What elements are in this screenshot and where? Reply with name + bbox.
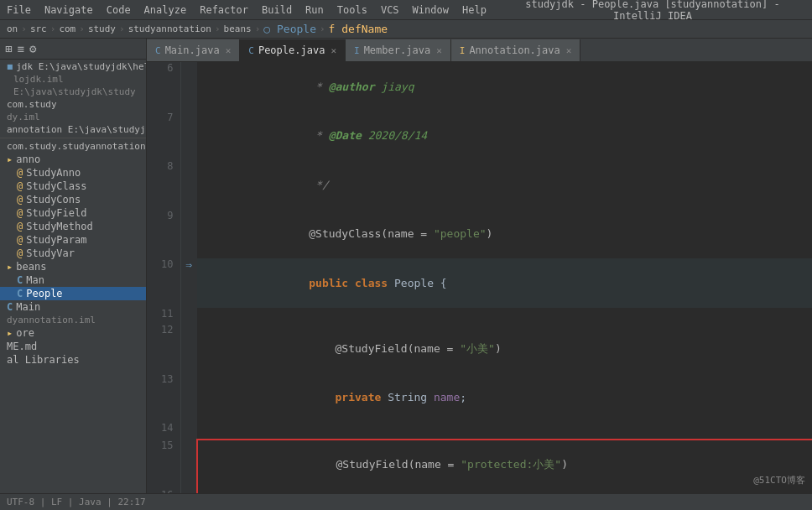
sidebar-label-StudyMethod: StudyMethod (26, 221, 92, 232)
breadcrumb-people[interactable]: ○ People (263, 23, 316, 35)
tab-close-annotation[interactable]: ✕ (566, 45, 572, 56)
line-number: 15 (147, 440, 180, 490)
breadcrumb-defname[interactable]: f defName (329, 23, 388, 35)
table-row: 12 @StudyField(name = "小美") (147, 324, 812, 373)
sidebar-item-dyiml[interactable]: dy.iml (0, 111, 146, 123)
menu-navigate[interactable]: Navigate (44, 4, 93, 16)
sidebar-item-Man[interactable]: C Man (0, 273, 146, 287)
sort-icon[interactable]: ≡ (17, 42, 23, 55)
sidebar-item-path: E:\java\studyjdk\study (0, 86, 146, 98)
sidebar-item-lojdkiml[interactable]: lojdk.iml (0, 73, 146, 86)
beans-folder-icon: ▸ (7, 261, 13, 273)
sidebar-label-StudyParam: StudyParam (26, 234, 86, 246)
sidebar-label-beans: beans (16, 261, 46, 273)
settings-icon[interactable]: ⚙ (29, 42, 36, 55)
tab-annotation-java[interactable]: I Annotation.java ✕ (451, 39, 581, 61)
sidebar-item-dyannotationiml[interactable]: dyannotation.iml (0, 314, 146, 326)
sidebar-item-Main[interactable]: C Main (0, 300, 146, 314)
breadcrumb-studyannotation[interactable]: studyannotation (128, 23, 211, 34)
line-content[interactable]: */ (197, 160, 812, 210)
code-annotation-15: @StudyField(name = "protected:小美") (310, 458, 568, 471)
breadcrumb-src[interactable]: src (30, 23, 47, 34)
annotation-icon-7: @ (17, 247, 23, 259)
line-number: 14 (147, 422, 180, 440)
menu-tools[interactable]: Tools (337, 4, 367, 16)
sidebar-item-annotation[interactable]: annotation E:\java\studyjdk\stu (0, 123, 146, 136)
status-bar: UTF-8 | LF | Java | 22:17 (0, 493, 812, 510)
menu-run[interactable]: Run (305, 4, 324, 16)
line-content[interactable]: protected String proName; (197, 489, 812, 493)
line-content[interactable]: * @author jiayq (197, 62, 812, 112)
sidebar-item-StudyClass[interactable]: @ StudyClass (0, 180, 146, 193)
menu-build[interactable]: Build (262, 4, 292, 16)
line-content[interactable]: @StudyClass(name = "people") (197, 210, 812, 259)
line-content[interactable] (197, 308, 812, 325)
line-content[interactable]: * @Date 2020/8/14 (197, 112, 812, 161)
sidebar-label-dyiml: dy.iml (7, 112, 40, 122)
sidebar-item-People[interactable]: C People (0, 287, 146, 300)
table-row: 8 */ (147, 160, 812, 210)
annotation-icon: @ (17, 167, 23, 179)
sidebar-item-comstudyannotation[interactable]: com.study.studyannotation (0, 140, 146, 153)
line-content[interactable]: private String name; (197, 373, 812, 423)
tab-close-main[interactable]: ✕ (226, 45, 232, 56)
menu-bar: File Navigate Code Analyze Refactor Buil… (0, 0, 812, 20)
sidebar-item-beans-folder[interactable]: ▸ beans (0, 260, 146, 273)
collapse-all-icon[interactable]: ⊞ (5, 42, 12, 55)
line-number: 9 (147, 210, 180, 259)
sidebar-label-StudyField: StudyField (26, 207, 86, 219)
sidebar-item-StudyCons[interactable]: @ StudyCons (0, 193, 146, 206)
line-gutter (180, 210, 197, 259)
sidebar-item-anno-folder[interactable]: ▸ anno (0, 153, 146, 166)
menu-file[interactable]: File (7, 4, 31, 16)
menu-code[interactable]: Code (107, 4, 131, 16)
sidebar-label-People: People (26, 288, 62, 299)
code-comment: * @author jiayq (309, 81, 414, 93)
sidebar-item-ore[interactable]: ▸ ore (0, 326, 146, 340)
breadcrumb-com[interactable]: com (59, 23, 75, 34)
sidebar-item-readme[interactable]: ME.md (0, 340, 146, 353)
breadcrumb-beans[interactable]: beans (224, 23, 252, 34)
tab-main-java[interactable]: C Main.java ✕ (147, 39, 240, 61)
tab-close-member[interactable]: ✕ (436, 45, 442, 56)
line-gutter-arrow: ⇒ (180, 258, 197, 308)
sidebar-item-StudyMethod[interactable]: @ StudyMethod (0, 220, 146, 233)
tab-label-member: Member.java (364, 44, 430, 56)
tab-label-annotation: Annotation.java (469, 44, 560, 56)
tab-member-java[interactable]: I Member.java ✕ (346, 39, 451, 61)
sidebar-item-libraries[interactable]: al Libraries (0, 353, 146, 367)
line-content[interactable]: @StudyField(name = "小美") (197, 324, 812, 373)
menu-refactor[interactable]: Refactor (200, 4, 248, 16)
sidebar-label-Main: Main (16, 301, 40, 313)
line-content[interactable]: public class People { (197, 258, 812, 308)
sidebar-item-StudyField[interactable]: @ StudyField (0, 206, 146, 220)
watermark: @51CTO博客 (753, 474, 805, 487)
code-table: 6 * @author jiayq 7 * @Date 2020/8/14 (147, 62, 812, 493)
table-row: 15 @StudyField(name = "protected:小美") (147, 440, 812, 490)
sidebar-label-StudyClass: StudyClass (26, 180, 86, 192)
code-container[interactable]: 6 * @author jiayq 7 * @Date 2020/8/14 (147, 62, 812, 493)
breadcrumb-study[interactable]: study (88, 23, 116, 34)
sidebar-item-jdk[interactable]: ◼ jdk E:\java\studyjdk\hellojdk (0, 60, 146, 73)
tab-close-people[interactable]: ✕ (331, 45, 336, 56)
menu-analyze[interactable]: Analyze (144, 4, 187, 16)
sidebar-label-StudyVar: StudyVar (26, 247, 75, 259)
menu-window[interactable]: Window (413, 4, 449, 16)
line-content[interactable]: @StudyField(name = "protected:小美") (197, 440, 812, 490)
line-gutter (180, 489, 197, 493)
menu-vcs[interactable]: VCS (381, 4, 399, 16)
menu-help[interactable]: Help (462, 4, 487, 16)
code-keyword-2: class (355, 277, 394, 289)
table-row: 7 * @Date 2020/8/14 (147, 112, 812, 161)
class-icon-people: C (17, 288, 23, 299)
line-content[interactable] (197, 422, 812, 440)
sidebar-item-StudyParam[interactable]: @ StudyParam (0, 233, 146, 247)
table-row: 9 @StudyClass(name = "people") (147, 210, 812, 259)
tab-people-java[interactable]: C People.java ✕ (240, 39, 346, 61)
sidebar-label-lojdkiml: lojdk.iml (13, 74, 64, 85)
sidebar-item-StudyVar[interactable]: @ StudyVar (0, 247, 146, 260)
table-row: 10 ⇒ public class People { (147, 258, 812, 308)
sidebar-item-comstudy[interactable]: com.study (0, 98, 146, 111)
sidebar-item-StudyAnno[interactable]: @ StudyAnno (0, 166, 146, 180)
class-icon-main: C (7, 301, 13, 313)
